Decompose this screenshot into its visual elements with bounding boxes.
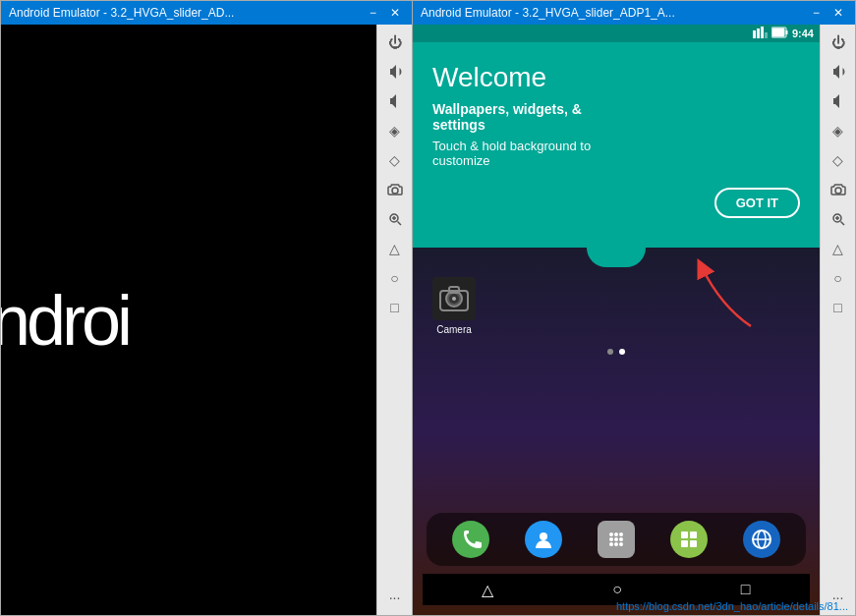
left-more-button[interactable]: ··· [381, 584, 409, 611]
svg-point-23 [619, 537, 623, 541]
main-container: Android Emulator - 3.2_HVGA_slider_AD...… [0, 0, 856, 616]
contacts-dock-icon[interactable] [525, 521, 562, 558]
right-camera-capture-button[interactable] [825, 176, 852, 203]
left-rotate-cw-button[interactable]: ◈ [381, 117, 409, 144]
left-zoom-button[interactable] [381, 205, 409, 233]
right-phone-screen: 9:44 Welcome Wallpapers, widgets, &setti… [413, 25, 820, 615]
browser-dock-icon[interactable] [743, 521, 780, 558]
svg-rect-6 [757, 28, 760, 38]
left-back-nav-button[interactable]: △ [381, 235, 409, 262]
svg-line-2 [397, 222, 401, 226]
left-menu-nav-button[interactable]: □ [381, 294, 409, 321]
left-home-nav-button[interactable]: ○ [381, 264, 409, 292]
svg-point-34 [835, 188, 841, 194]
right-emulator-window: Android Emulator - 3.2_HVGA_slider_ADP1_… [413, 0, 856, 616]
back-nav-button[interactable]: △ [466, 577, 509, 603]
welcome-subtitle: Wallpapers, widgets, &settings [432, 101, 800, 133]
status-bar: 9:44 [413, 25, 820, 42]
svg-point-14 [452, 297, 456, 301]
home-icon-row: Camera [423, 257, 810, 345]
got-it-container: GOT IT [432, 188, 800, 218]
svg-point-0 [392, 188, 398, 194]
right-volume-down-button[interactable] [825, 87, 852, 115]
left-sidebar-controls: ⏻ ◈ ◇ △ ○ □ ··· [376, 25, 412, 615]
right-rotate-ccw-button[interactable]: ◇ [825, 146, 852, 174]
left-power-button[interactable]: ⏻ [381, 28, 409, 56]
right-titlebar: Android Emulator - 3.2_HVGA_slider_ADP1_… [413, 1, 855, 25]
recent-nav-button[interactable]: □ [725, 577, 767, 602]
camera-app-image [432, 277, 476, 320]
phone-dock-icon[interactable] [452, 521, 489, 558]
left-emulator-body: ndroi ⏻ ◈ ◇ △ ○ □ [1, 25, 412, 615]
svg-rect-8 [765, 32, 768, 38]
right-menu-nav-button[interactable]: □ [825, 294, 852, 321]
left-volume-up-button[interactable] [381, 58, 409, 85]
left-title: Android Emulator - 3.2_HVGA_slider_AD... [9, 6, 366, 20]
svg-point-18 [609, 532, 613, 536]
right-home-nav-button[interactable]: ○ [825, 264, 852, 292]
right-title: Android Emulator - 3.2_HVGA_slider_ADP1_… [421, 6, 809, 20]
right-sidebar-controls: ⏻ ◈ ◇ △ ○ □ ··· [820, 25, 855, 615]
left-titlebar-controls: − ✕ [366, 6, 404, 20]
left-titlebar: Android Emulator - 3.2_HVGA_slider_AD...… [1, 1, 412, 25]
right-volume-up-button[interactable] [825, 58, 852, 85]
left-volume-down-button[interactable] [381, 87, 409, 115]
left-phone-screen: ndroi [1, 25, 376, 615]
svg-point-21 [609, 537, 613, 541]
camera-app-icon[interactable]: Camera [432, 277, 476, 335]
home-screen: Camera [413, 248, 820, 615]
welcome-panel: Welcome Wallpapers, widgets, &settings T… [413, 42, 820, 248]
watermark-text: https://blog.csdn.net/3dn_hao/article/de… [616, 600, 848, 612]
dock-bar [427, 513, 806, 566]
svg-rect-7 [761, 27, 764, 38]
welcome-description: Touch & hold background tocustomize [432, 139, 800, 168]
svg-rect-28 [690, 532, 697, 538]
status-icons: 9:44 [753, 27, 814, 40]
right-power-button[interactable]: ⏻ [825, 28, 852, 56]
android-logo-text: ndroi [1, 280, 129, 361]
got-it-button[interactable]: GOT IT [714, 188, 800, 218]
time-display: 9:44 [792, 28, 814, 39]
svg-rect-29 [681, 540, 688, 547]
left-emulator-window: Android Emulator - 3.2_HVGA_slider_AD...… [0, 0, 413, 616]
svg-line-36 [840, 222, 844, 226]
home-nav-button[interactable]: ○ [597, 577, 638, 602]
right-back-nav-button[interactable]: △ [825, 235, 852, 262]
right-emulator-body: 9:44 Welcome Wallpapers, widgets, &setti… [413, 25, 855, 615]
svg-rect-30 [690, 540, 697, 547]
battery-icon [771, 27, 789, 40]
svg-point-19 [614, 532, 618, 536]
right-minimize-button[interactable]: − [809, 6, 824, 20]
right-close-button[interactable]: ✕ [829, 6, 847, 20]
left-rotate-ccw-button[interactable]: ◇ [381, 146, 409, 174]
right-zoom-button[interactable] [825, 205, 852, 233]
svg-point-24 [609, 542, 613, 546]
svg-rect-10 [772, 28, 784, 36]
svg-point-22 [614, 537, 618, 541]
welcome-title: Welcome [432, 62, 800, 93]
left-minimize-button[interactable]: − [366, 6, 380, 20]
svg-rect-27 [681, 532, 688, 538]
left-camera-capture-button[interactable] [381, 176, 409, 203]
svg-point-20 [619, 532, 623, 536]
signal-icon [753, 27, 769, 40]
appstore-dock-icon[interactable] [670, 521, 708, 558]
launcher-dock-icon[interactable] [598, 521, 635, 558]
svg-point-26 [619, 542, 623, 546]
left-close-button[interactable]: ✕ [386, 6, 404, 20]
svg-rect-5 [753, 30, 756, 38]
right-titlebar-controls: − ✕ [809, 6, 847, 20]
right-rotate-cw-button[interactable]: ◈ [825, 117, 852, 144]
svg-point-17 [540, 532, 547, 540]
svg-point-25 [614, 542, 618, 546]
camera-app-label: Camera [436, 324, 472, 335]
